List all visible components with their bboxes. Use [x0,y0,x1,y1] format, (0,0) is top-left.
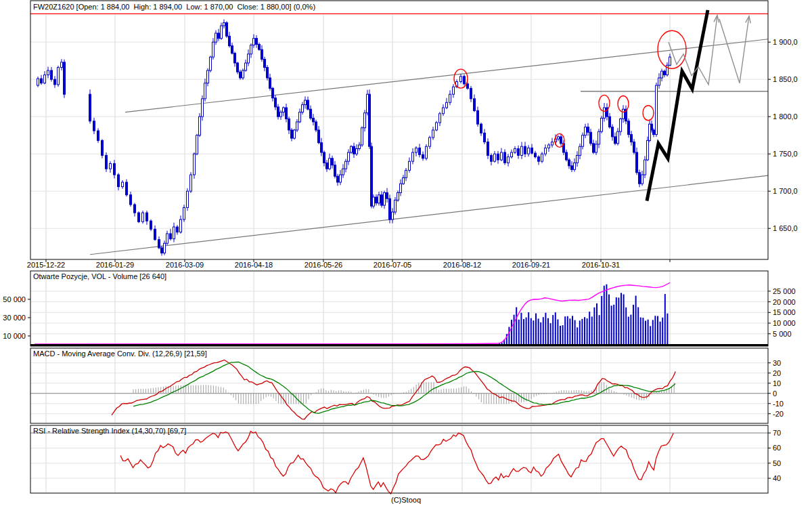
open-interest-tick-label: 50 000 [3,295,26,303]
candle-body [221,26,223,39]
volume-bar [625,308,627,345]
date-tick-label: 2016-10-31 [582,261,620,269]
candle-body [511,152,513,157]
volume-bar [574,320,576,345]
candle-body [443,108,445,114]
candle-body [93,121,95,131]
candle-body [237,63,239,72]
candle-body [261,49,263,59]
candle-body [277,107,279,117]
candle-body [187,191,189,207]
candle-body [579,146,581,155]
candle-body [313,118,315,122]
candle-body [497,154,499,160]
candle-body [439,114,441,123]
candle-body [348,152,350,161]
candle-body [58,68,60,85]
candle-body [89,94,91,121]
candle-body [595,144,597,152]
candle-body [302,105,304,112]
volume-bar [540,322,541,345]
volume-bar [654,316,656,344]
candle-body [223,23,225,26]
candle-body [245,63,247,70]
candle-body [381,195,383,205]
candle-body [617,131,619,144]
candle-body [641,175,644,184]
volume-bar [596,303,597,345]
volume-bar [637,308,639,345]
candle-body [494,154,496,161]
open-interest-tick-label: 30 000 [3,314,26,322]
candle-body [480,124,482,133]
macd-tick-label: 10 [773,379,781,387]
candle-body [54,79,56,85]
candle-body [631,135,633,142]
candle-body [585,127,587,135]
volume-bar [601,296,602,345]
candle-body [299,112,301,122]
candle-body [620,119,622,131]
candle-body [422,154,424,158]
volume-bar [604,286,605,345]
volume-bar [667,314,668,345]
candle-body [296,122,298,130]
candle-body [389,198,391,219]
candle-body [538,157,540,162]
candle-body [126,182,128,195]
candle-body [37,79,39,85]
candle-body [601,118,603,131]
candle-body [521,146,523,155]
candle-body [394,200,397,212]
volume-tick-label: 25 000 [773,287,796,295]
candle-body [647,140,649,160]
rsi-tick-label: 60 [773,444,781,452]
macd-tick-label: 0 [773,389,777,398]
open-interest-tick-label: 10 000 [3,332,26,340]
candle-body [106,155,108,169]
candle-body [426,146,428,158]
volume-bar [535,314,537,345]
candle-body [304,100,307,105]
candle-body [568,160,570,166]
candle-body [436,123,438,130]
volume-bar [557,320,558,345]
candle-body [356,149,358,154]
date-tick-label: 2016-01-29 [96,261,134,269]
volume-bar [547,318,549,345]
stooq-chart: 1 900,01 850,01 800,01 750,01 700,01 650… [0,0,812,508]
macd-tick-label: -10 [773,400,784,408]
price-tick-label: 1 850,0 [773,75,798,83]
candle-body [477,110,479,124]
volume-tick-label: 15 000 [773,308,796,316]
candle-body [378,195,380,203]
volume-bar [584,317,585,344]
candle-body [403,177,405,184]
candle-body [571,166,573,170]
volume-bar [550,323,551,344]
candle-body [524,146,526,154]
volume-bar [572,316,573,344]
candle-body [623,109,625,119]
candle-body [177,227,179,232]
candle-body [415,148,418,152]
volume-bar [514,315,515,345]
candle-body [267,68,269,78]
candle-body [460,77,462,82]
candle-body [275,98,277,107]
candle-body [44,75,46,83]
candle-body [508,157,510,163]
volume-bar [526,318,527,345]
candle-body [210,57,212,70]
macd-tick-label: 20 [773,369,781,377]
main-chart-title: FW20Z1620 [Open: 1 884,00 High: 1 894,00… [33,3,315,12]
candle-body [504,152,506,163]
candle-body [514,149,516,153]
date-tick-label: 2016-08-12 [443,261,481,269]
highlight-ellipse [658,30,686,68]
volume-bar [589,312,590,344]
candle-body [283,108,285,112]
volume-bar [660,322,661,345]
candle-body [548,145,550,148]
candle-body [110,164,112,169]
